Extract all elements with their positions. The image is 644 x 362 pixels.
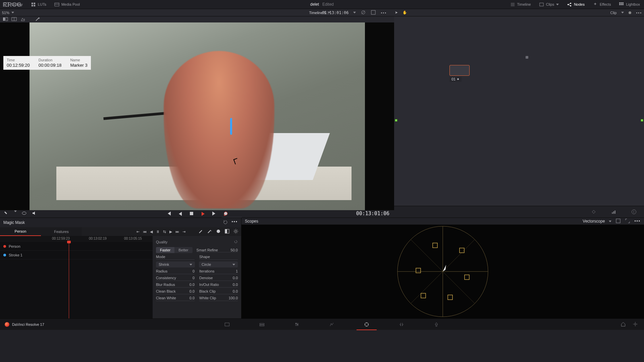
zoom-value[interactable]: 51% xyxy=(2,11,9,15)
scopes-panel-button[interactable] xyxy=(604,209,624,215)
clip-mode[interactable]: Clip xyxy=(610,11,616,15)
viewer[interactable]: Time00:12:59:20 Duration00:00:09:18 Name… xyxy=(0,22,394,210)
toggle-overlay-icon[interactable] xyxy=(216,229,221,235)
shape-dropdown[interactable]: Circle xyxy=(199,261,238,267)
white-clip-value[interactable]: 100.0 xyxy=(228,296,238,300)
mask-row-stroke[interactable]: Stroke 1 xyxy=(0,251,153,259)
transport-timecode[interactable]: 00:13:01:06 xyxy=(356,210,389,217)
hand-tool-icon[interactable]: ✋ xyxy=(402,10,407,15)
quality-faster[interactable]: Faster xyxy=(156,247,174,253)
stop-button[interactable] xyxy=(188,210,195,217)
magic-wand-icon[interactable] xyxy=(35,16,40,22)
page-color[interactable] xyxy=(363,320,371,328)
onion-skin-icon[interactable] xyxy=(21,210,27,217)
smart-refine-value[interactable]: 50.0 xyxy=(231,248,238,252)
expand-icon[interactable] xyxy=(371,10,376,16)
corrector-node[interactable] xyxy=(449,65,470,76)
magic-mask-playhead[interactable] xyxy=(69,242,69,318)
lightbox-toggle[interactable]: Lightbox xyxy=(615,0,644,9)
track-one-forward-icon[interactable]: ⇥ xyxy=(182,230,185,234)
more-icon[interactable]: ••• xyxy=(231,220,238,226)
clean-black-value[interactable]: 0.0 xyxy=(190,289,195,293)
home-icon[interactable] xyxy=(621,321,626,327)
magic-mask-ruler[interactable]: 00:12:59:23 00:13:02:19 00:13:05:15 xyxy=(0,236,153,242)
scope-expand-icon[interactable] xyxy=(625,218,630,225)
pointer-tool-icon[interactable]: ➤ xyxy=(395,10,398,15)
page-cut[interactable] xyxy=(258,320,266,328)
track-one-reverse-icon[interactable]: ⇤ xyxy=(137,230,140,234)
page-fusion[interactable] xyxy=(328,320,336,328)
black-clip-value[interactable]: 0.0 xyxy=(233,289,238,293)
remove-stroke-icon[interactable] xyxy=(207,229,212,235)
quality-better[interactable]: Better xyxy=(174,247,192,253)
pause-track-icon[interactable]: ⏸ xyxy=(156,230,160,234)
chevron-down-icon[interactable] xyxy=(11,12,14,13)
chevron-down-icon[interactable] xyxy=(353,12,356,13)
prev-frame-icon[interactable]: ⏮ xyxy=(143,230,147,234)
graph-output-dot[interactable] xyxy=(641,119,643,122)
scope-view-icon[interactable] xyxy=(615,218,621,225)
settings-gear-icon[interactable] xyxy=(233,229,238,235)
nodes-toggle[interactable]: Nodes xyxy=(563,0,589,9)
more-icon[interactable]: ••• xyxy=(636,11,642,15)
blur-radius-value[interactable]: 0.0 xyxy=(190,283,195,287)
project-settings-icon[interactable] xyxy=(633,321,638,327)
graph-input-dot[interactable] xyxy=(395,119,397,122)
add-stroke-icon[interactable] xyxy=(198,229,204,235)
track-reverse-icon[interactable]: ◀ xyxy=(150,230,153,234)
media-pool-toggle[interactable]: Media Pool xyxy=(50,0,84,9)
tab-features[interactable]: Features xyxy=(41,227,82,236)
denoise-value[interactable]: 0.0 xyxy=(233,276,238,280)
reset-icon[interactable] xyxy=(234,240,238,244)
toggle-mask-icon[interactable] xyxy=(224,229,230,235)
info-panel-button[interactable]: i xyxy=(624,209,644,215)
chevron-down-icon[interactable] xyxy=(14,210,17,212)
keyframe-marker[interactable] xyxy=(526,56,528,59)
node-editor[interactable]: 01 ✦ xyxy=(394,16,644,206)
clean-white-value[interactable]: 0.0 xyxy=(190,296,195,300)
reverse-play-button[interactable] xyxy=(177,210,183,217)
shape-label: Shape xyxy=(199,255,210,259)
chevron-down-icon[interactable] xyxy=(621,12,624,13)
gallery-toggle[interactable]: Gallery xyxy=(0,0,27,9)
mute-icon[interactable] xyxy=(32,210,37,217)
page-deliver[interactable] xyxy=(432,320,440,328)
image-wipe-icon[interactable] xyxy=(3,16,8,22)
highlight-icon[interactable] xyxy=(20,16,25,22)
play-button[interactable] xyxy=(200,210,206,217)
more-icon[interactable]: ••• xyxy=(381,11,387,15)
split-screen-icon[interactable] xyxy=(11,16,17,22)
unmix-icon[interactable] xyxy=(361,10,366,16)
svg-rect-25 xyxy=(3,17,5,21)
keyframe-dot-icon[interactable] xyxy=(629,11,631,14)
page-edit[interactable] xyxy=(293,320,301,328)
consistency-value[interactable]: 0 xyxy=(193,276,195,280)
next-frame-icon[interactable]: ⏭ xyxy=(175,230,179,234)
page-fairlight[interactable] xyxy=(397,320,406,328)
timeline-toggle[interactable]: Timeline xyxy=(506,0,535,9)
chevron-down-icon[interactable] xyxy=(609,221,611,222)
clips-toggle[interactable]: Clips xyxy=(535,0,563,9)
loop-button[interactable] xyxy=(222,210,229,217)
scopes-mode[interactable]: Vectorscope xyxy=(583,219,605,224)
effects-toggle[interactable]: Effects xyxy=(589,0,615,9)
iterations-value[interactable]: 1 xyxy=(236,269,238,273)
track-forward-icon[interactable]: ▶ xyxy=(169,230,172,234)
viewer-timecode[interactable]: 01:13:01:06 xyxy=(322,10,348,15)
radius-value[interactable]: 0 xyxy=(193,269,195,273)
inout-value[interactable]: 0.0 xyxy=(233,283,238,287)
page-media[interactable] xyxy=(223,320,231,328)
mask-row-person[interactable]: Person xyxy=(0,242,153,251)
more-icon[interactable]: ••• xyxy=(634,219,641,224)
last-frame-button[interactable] xyxy=(211,210,218,217)
qualifier-picker-icon[interactable] xyxy=(4,210,9,217)
reset-icon[interactable] xyxy=(223,220,228,226)
tab-person[interactable]: Person xyxy=(0,227,41,236)
first-frame-button[interactable] xyxy=(165,210,172,217)
playhead-handle-icon[interactable] xyxy=(67,241,71,243)
luts-toggle[interactable]: LUTs xyxy=(27,0,50,9)
quality-segment[interactable]: FasterBetter xyxy=(156,247,193,253)
invert-track-icon[interactable]: ⇆ xyxy=(163,230,166,234)
keyframes-panel-button[interactable] xyxy=(584,209,604,215)
mode-dropdown[interactable]: Shrink xyxy=(156,261,195,267)
